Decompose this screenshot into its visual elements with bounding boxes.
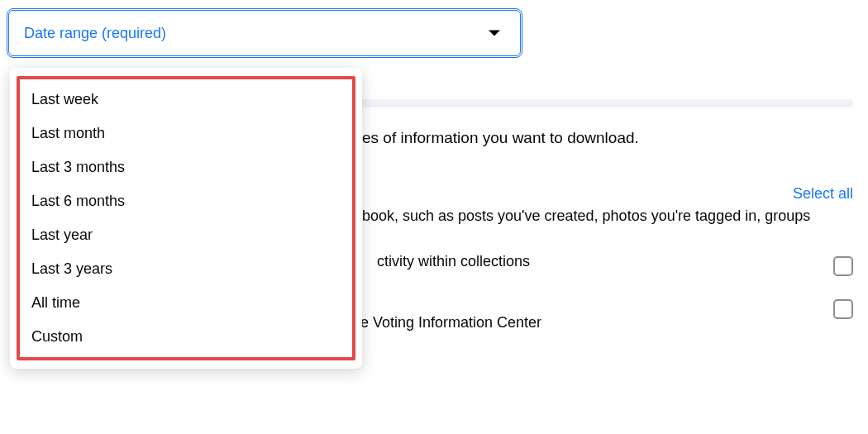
date-range-dropdown[interactable]: Date range (required)	[8, 10, 521, 56]
option-last-month[interactable]: Last month	[20, 117, 352, 150]
checkbox-voting[interactable]	[833, 299, 853, 319]
option-last-6-months[interactable]: Last 6 months	[20, 184, 352, 218]
option-last-3-months[interactable]: Last 3 months	[20, 150, 352, 184]
option-custom[interactable]: Custom	[20, 320, 352, 354]
option-last-3-years[interactable]: Last 3 years	[20, 252, 352, 286]
option-all-time[interactable]: All time	[20, 286, 352, 320]
menu-highlight-box: Last week Last month Last 3 months Last …	[17, 76, 355, 360]
chevron-down-icon	[489, 31, 500, 36]
checkbox-collections[interactable]	[833, 256, 853, 276]
select-all-link[interactable]: Select all	[793, 185, 853, 203]
date-range-menu: Last week Last month Last 3 months Last …	[10, 68, 362, 369]
section-collections-title: ctivity within collections	[377, 253, 818, 270]
option-last-week[interactable]: Last week	[20, 83, 352, 117]
option-last-year[interactable]: Last year	[20, 218, 352, 252]
date-range-label: Date range (required)	[24, 25, 166, 42]
